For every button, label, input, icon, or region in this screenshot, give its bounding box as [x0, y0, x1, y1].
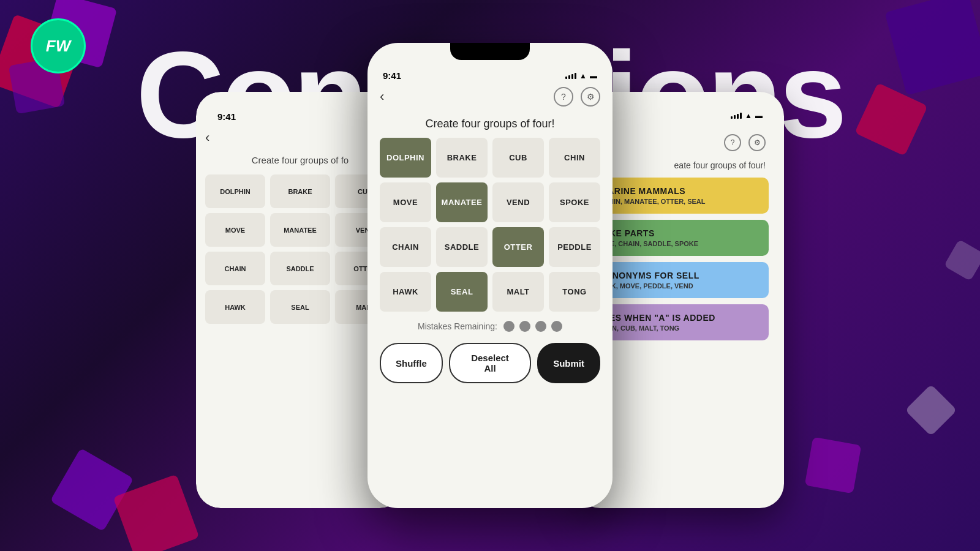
- help-icon[interactable]: ?: [554, 87, 573, 107]
- center-word-tile[interactable]: MALT: [492, 272, 544, 312]
- deselect-all-button[interactable]: Deselect All: [449, 343, 531, 383]
- center-word-tile[interactable]: VEND: [492, 182, 544, 222]
- center-status-bar: 9:41 ▲ ▬: [377, 70, 603, 84]
- fw-logo-text: FW: [46, 37, 70, 56]
- result-card-items: LPHIN, MANATEE, OTTER, SEAL: [600, 198, 760, 205]
- mistake-dot-4: [551, 321, 562, 332]
- result-card-items: AWK, MOVE, PEDDLE, VEND: [600, 282, 760, 290]
- center-back-icon[interactable]: ‹: [380, 89, 384, 105]
- shuffle-button[interactable]: Shuffle: [380, 343, 443, 383]
- status-icons: ▲ ▬: [565, 72, 597, 80]
- right-battery-icon: ▬: [755, 111, 763, 120]
- left-status-bar: 9:41: [205, 104, 395, 127]
- center-word-tile[interactable]: DOLPHIN: [380, 138, 431, 178]
- left-tile[interactable]: SEAL: [270, 290, 330, 324]
- left-back-icon[interactable]: ‹: [205, 130, 209, 146]
- center-word-tile[interactable]: CHAIN: [380, 227, 431, 267]
- result-card: BIKE PARTSAKE, CHAIN, SADDLE, SPOKE: [591, 220, 769, 256]
- right-wifi-icon: ▲: [745, 111, 752, 120]
- result-card: MARINE MAMMALSLPHIN, MANATEE, OTTER, SEA…: [591, 178, 769, 214]
- mistake-dots: [503, 321, 562, 332]
- left-word-grid: DOLPHINBRAKECUBMOVEMANATEEVENDCHAINSADDL…: [205, 174, 395, 324]
- left-tile[interactable]: MOVE: [205, 213, 265, 247]
- center-word-tile[interactable]: MANATEE: [436, 182, 488, 222]
- result-card-title: SYNONYMS FOR SELL: [600, 271, 760, 280]
- left-subtitle: Create four groups of fo: [205, 155, 395, 174]
- center-game-title: Create four groups of four!: [377, 113, 603, 138]
- phones-container: 9:41 ‹ Create four groups of fo DOLPHINB…: [0, 0, 980, 551]
- right-settings-icon[interactable]: ⚙: [748, 134, 766, 151]
- mistake-dot-2: [519, 321, 530, 332]
- wifi-icon: ▲: [579, 72, 587, 80]
- result-cards: MARINE MAMMALSLPHIN, MANATEE, OTTER, SEA…: [591, 178, 769, 340]
- right-status-icons: ▲ ▬: [731, 111, 763, 120]
- left-tile[interactable]: SADDLE: [270, 252, 330, 285]
- center-word-tile[interactable]: HAWK: [380, 272, 431, 312]
- center-word-tile[interactable]: BRAKE: [436, 138, 488, 178]
- right-nav: ? ⚙: [591, 131, 769, 160]
- mistakes-row: Mistakes Remaining:: [377, 312, 603, 338]
- action-buttons: Shuffle Deselect All Submit: [377, 338, 603, 388]
- center-word-tile[interactable]: SPOKE: [549, 182, 600, 222]
- center-word-tile[interactable]: CHIN: [549, 138, 600, 178]
- right-signal-icon: [731, 113, 742, 119]
- result-card-title: MARINE MAMMALS: [600, 186, 760, 196]
- mistakes-label: Mistakes Remaining:: [418, 321, 497, 331]
- center-nav-icons: ? ⚙: [554, 87, 600, 107]
- phone-notch: [450, 43, 530, 60]
- result-card-title: BIKE PARTS: [600, 228, 760, 238]
- result-card: RIES WHEN "A" IS ADDEDCHIN, CUB, MALT, T…: [591, 304, 769, 340]
- result-card-items: AKE, CHAIN, SADDLE, SPOKE: [600, 240, 760, 247]
- result-card: SYNONYMS FOR SELLAWK, MOVE, PEDDLE, VEND: [591, 262, 769, 298]
- center-status-time: 9:41: [383, 70, 401, 81]
- result-card-title: RIES WHEN "A" IS ADDED: [600, 313, 760, 323]
- right-phone-content: ? ⚙ eate four groups of four! MARINE MAM…: [585, 125, 775, 353]
- left-tile[interactable]: HAWK: [205, 290, 265, 324]
- left-tile[interactable]: MANATEE: [270, 213, 330, 247]
- left-status-time: 9:41: [217, 111, 236, 122]
- result-card-items: CHIN, CUB, MALT, TONG: [600, 324, 760, 332]
- left-tile[interactable]: BRAKE: [270, 174, 330, 208]
- mistake-dot-3: [535, 321, 546, 332]
- center-word-tile[interactable]: OTTER: [492, 227, 544, 267]
- left-tile[interactable]: DOLPHIN: [205, 174, 265, 208]
- right-status-bar: ▲ ▬: [585, 104, 775, 125]
- center-word-grid: DOLPHINBRAKECUBCHINMOVEMANATEEVENDSPOKEC…: [377, 138, 603, 312]
- center-word-tile[interactable]: MOVE: [380, 182, 431, 222]
- center-word-tile[interactable]: PEDDLE: [549, 227, 600, 267]
- center-inner: 9:41 ▲ ▬ ‹ ? ⚙ Create four groups of f: [368, 43, 612, 508]
- right-subtitle: eate four groups of four!: [591, 160, 769, 178]
- left-tile[interactable]: CHAIN: [205, 252, 265, 285]
- center-nav-bar: ‹ ? ⚙: [377, 84, 603, 113]
- center-word-tile[interactable]: CUB: [492, 138, 544, 178]
- center-word-tile[interactable]: TONG: [549, 272, 600, 312]
- submit-button[interactable]: Submit: [537, 343, 600, 383]
- fw-logo: FW: [31, 18, 86, 73]
- center-word-tile[interactable]: SEAL: [436, 272, 488, 312]
- battery-icon: ▬: [590, 72, 597, 80]
- right-help-icon[interactable]: ?: [724, 134, 741, 151]
- mistake-dot-1: [503, 321, 514, 332]
- phone-center: 9:41 ▲ ▬ ‹ ? ⚙ Create four groups of f: [368, 43, 612, 508]
- center-word-tile[interactable]: SADDLE: [436, 227, 488, 267]
- left-nav: ‹: [205, 127, 395, 155]
- signal-icon: [565, 73, 576, 79]
- settings-icon[interactable]: ⚙: [581, 87, 600, 107]
